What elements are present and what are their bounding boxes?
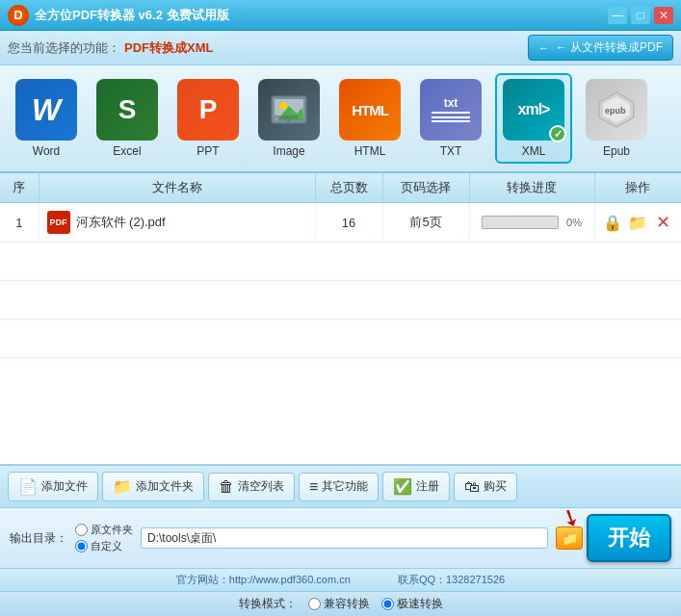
- mode-compatible[interactable]: 兼容转换: [308, 596, 370, 612]
- add-folder-icon: 📁: [113, 477, 132, 496]
- delete-row-icon[interactable]: ✕: [653, 213, 672, 232]
- close-button[interactable]: ✕: [654, 7, 673, 24]
- empty-row-2: [0, 281, 681, 320]
- mode-compatible-label: 兼容转换: [324, 596, 370, 612]
- epub-svg-icon: epub: [595, 89, 638, 131]
- progress-text: 0%: [566, 217, 582, 228]
- convert-mode-label: 转换模式：: [239, 596, 297, 612]
- image-icon-box: images: [258, 79, 320, 141]
- ppt-letter: P: [199, 94, 218, 125]
- excel-letter: S: [118, 94, 137, 125]
- footer-separator: [369, 574, 380, 585]
- epub-icon-box: epub: [586, 79, 647, 141]
- toolbar-area: 您当前选择的功能： PDF转换成XML ← ← 从文件转换成PDF: [0, 31, 681, 65]
- xml-label: XML: [522, 144, 546, 158]
- radio-custom-label: 自定义: [91, 539, 122, 553]
- txt-line1: [432, 112, 470, 114]
- clear-icon: 🗑: [219, 478, 234, 496]
- convert-to-image-item[interactable]: images Image: [252, 75, 326, 162]
- add-folder-button[interactable]: 📁 添加文件夹: [102, 472, 204, 501]
- ppt-icon-box: P: [177, 79, 239, 141]
- row-pages: 16: [315, 203, 382, 243]
- convert-to-txt-item[interactable]: txt TXT: [414, 75, 487, 162]
- svg-text:images: images: [275, 114, 298, 121]
- radio-compatible-input[interactable]: [308, 598, 321, 610]
- buy-label: 购买: [484, 478, 507, 495]
- word-icon-box: W: [15, 79, 77, 141]
- convert-to-html-item[interactable]: HTML HTML: [333, 75, 406, 162]
- clear-list-button[interactable]: 🗑 清空列表: [208, 473, 295, 501]
- output-dir-label: 输出目录：: [10, 530, 67, 547]
- txt-line3: [432, 120, 470, 122]
- convert-to-epub-item[interactable]: epub Epub: [580, 75, 653, 162]
- epub-label: Epub: [603, 144, 630, 158]
- other-func-label: 其它功能: [322, 478, 368, 495]
- convert-to-word-item[interactable]: W Word: [10, 75, 83, 162]
- row-filename-text: 河东软件 (2).pdf: [76, 214, 166, 231]
- radio-original-label: 原文件夹: [91, 523, 133, 537]
- svg-point-2: [279, 102, 287, 110]
- view-file-icon[interactable]: 🔒: [603, 213, 622, 232]
- output-radio-group: 原文件夹 自定义: [75, 523, 133, 553]
- col-seq: 序: [0, 173, 39, 203]
- col-action: 操作: [594, 173, 681, 203]
- xml-text: xml>: [518, 101, 550, 118]
- radio-fast-input[interactable]: [381, 598, 394, 610]
- bottom-toolbar: 📄 添加文件 📁 添加文件夹 🗑 清空列表 ≡ 其它功能 ✅ 注册 🛍 购买: [0, 465, 681, 508]
- minimize-button[interactable]: —: [608, 7, 627, 24]
- switch-to-pdf-button[interactable]: ← ← 从文件转换成PDF: [528, 35, 673, 61]
- register-button[interactable]: ✅ 注册: [382, 472, 450, 501]
- pdf-file-icon: PDF: [47, 211, 70, 234]
- title-bar-text: 全方位PDF转换器 v6.2 免费试用版: [35, 7, 608, 24]
- register-label: 注册: [416, 478, 439, 495]
- word-label: Word: [33, 144, 60, 158]
- convert-to-excel-item[interactable]: S Excel: [91, 75, 164, 162]
- arrow-left-icon: ←: [538, 41, 550, 55]
- ppt-label: PPT: [196, 144, 219, 158]
- col-progress: 转换进度: [469, 173, 594, 203]
- radio-custom-folder[interactable]: 自定义: [75, 539, 133, 553]
- txt-line2: [432, 116, 470, 118]
- xml-icon-box: xml> ✓: [503, 79, 564, 141]
- toolbar-hint: 您当前选择的功能：: [8, 39, 120, 57]
- footer: 官方网站：http://www.pdf360.com.cn 联系QQ：13282…: [0, 568, 681, 591]
- col-page-select: 页码选择: [382, 173, 469, 203]
- convert-to-ppt-item[interactable]: P PPT: [171, 75, 245, 162]
- maximize-button[interactable]: □: [631, 7, 650, 24]
- col-pages: 总页数: [315, 173, 382, 203]
- row-page-select: 前5页: [382, 203, 469, 243]
- main-content: 您当前选择的功能： PDF转换成XML ← ← 从文件转换成PDF W Word…: [0, 31, 681, 616]
- switch-btn-label: ← 从文件转换成PDF: [556, 39, 663, 56]
- radio-original-input[interactable]: [75, 524, 88, 536]
- other-functions-button[interactable]: ≡ 其它功能: [299, 473, 379, 501]
- mode-fast-label: 极速转换: [397, 596, 443, 612]
- excel-icon-box: S: [96, 79, 158, 141]
- convert-mode-row: 转换模式： 兼容转换 极速转换: [0, 591, 681, 616]
- start-convert-button[interactable]: 开始: [587, 514, 671, 562]
- empty-row-1: [0, 243, 681, 281]
- add-file-icon: 📄: [18, 477, 38, 496]
- browse-folder-button[interactable]: 📁: [556, 526, 583, 550]
- open-folder-icon[interactable]: 📁: [628, 213, 647, 232]
- menu-icon: ≡: [309, 478, 318, 496]
- output-dir-row: 输出目录： 原文件夹 自定义 ➘ 📁 开始: [0, 508, 681, 568]
- txt-icon-box: txt: [420, 79, 482, 141]
- output-path-input[interactable]: [141, 527, 548, 549]
- row-filename-cell: PDF 河东软件 (2).pdf: [47, 211, 307, 234]
- radio-original-folder[interactable]: 原文件夹: [75, 523, 133, 537]
- row-progress-cell: 0%: [478, 216, 587, 229]
- title-bar: D 全方位PDF转换器 v6.2 免费试用版 — □ ✕: [0, 0, 681, 31]
- buy-button[interactable]: 🛍 购买: [454, 473, 517, 501]
- start-area: ➘ 📁 开始: [556, 514, 671, 562]
- conversion-type-grid: W Word S Excel P PPT images: [0, 65, 681, 173]
- convert-to-xml-item[interactable]: xml> ✓ XML: [495, 73, 572, 164]
- add-file-button[interactable]: 📄 添加文件: [8, 472, 98, 501]
- file-table: 序 文件名称 总页数 页码选择 转换进度 操作 1 PDF: [0, 173, 681, 358]
- radio-custom-input[interactable]: [75, 540, 88, 552]
- mode-fast[interactable]: 极速转换: [381, 596, 443, 612]
- empty-row-3: [0, 320, 681, 358]
- row-seq: 1: [0, 203, 39, 243]
- app-logo: D: [8, 5, 29, 26]
- folder-icon: 📁: [562, 530, 578, 546]
- txt-box-content: txt: [432, 96, 470, 123]
